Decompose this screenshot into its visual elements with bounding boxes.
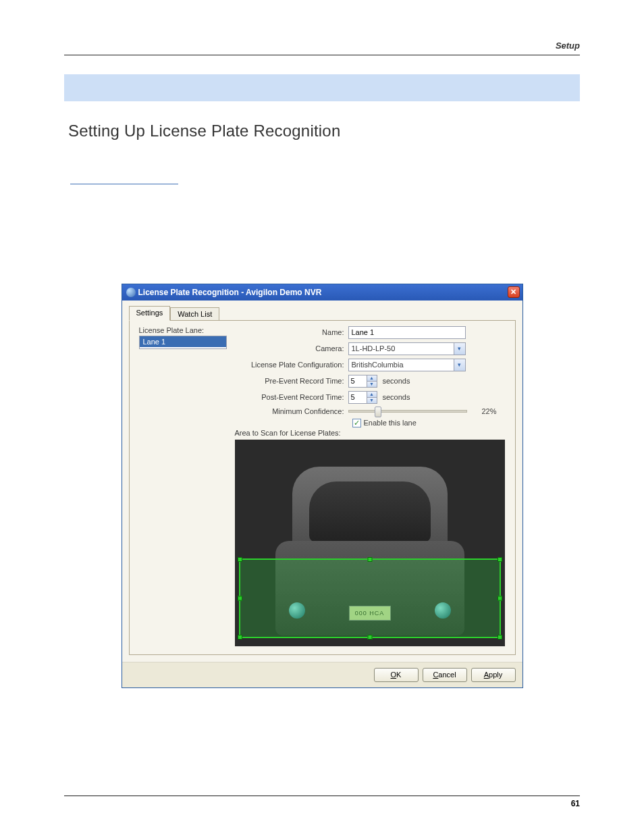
dialog-title: License Plate Recognition - Avigilon Dem… [138, 288, 322, 297]
config-value: BritishColumbia [352, 361, 404, 369]
link-placeholder [70, 175, 178, 184]
pre-event-spinner[interactable] [348, 375, 367, 388]
slider-thumb[interactable] [375, 407, 381, 417]
resize-handle[interactable] [367, 635, 372, 640]
resize-handle[interactable] [367, 557, 372, 562]
tabs: Settings Watch List [129, 306, 516, 321]
car-windshield-shape [309, 481, 431, 542]
scan-area-label: Area to Scan for License Plates: [235, 429, 348, 437]
lane-list[interactable]: Lane 1 [139, 336, 227, 349]
config-combo[interactable]: BritishColumbia ▾ [348, 359, 466, 371]
resize-handle[interactable] [238, 635, 242, 640]
post-event-suffix: seconds [383, 393, 410, 401]
section-title: Setting Up License Plate Recognition [68, 122, 580, 140]
app-icon [126, 288, 136, 297]
apply-button[interactable]: Apply [471, 668, 516, 682]
chevron-down-icon[interactable]: ▼ [367, 382, 377, 387]
camera-value: 1L-HD-LP-50 [352, 344, 396, 353]
section-band [64, 74, 580, 101]
resize-handle[interactable] [498, 635, 502, 640]
steps-block [84, 196, 576, 263]
spinner-buttons[interactable]: ▲ ▼ [367, 375, 377, 388]
enable-lane-label: Enable this lane [364, 419, 417, 427]
chevron-down-icon[interactable]: ▼ [367, 398, 377, 403]
apply-button-text: pply [489, 671, 502, 679]
cancel-button[interactable]: Cancel [423, 668, 467, 682]
enable-lane-checkbox[interactable]: ✓ [352, 419, 361, 427]
lane-list-label: License Plate Lane: [139, 326, 227, 334]
titlebar: License Plate Recognition - Avigilon Dem… [122, 284, 522, 301]
tab-settings[interactable]: Settings [129, 306, 171, 321]
min-conf-slider[interactable] [348, 410, 467, 413]
camera-combo[interactable]: 1L-HD-LP-50 ▾ [348, 342, 466, 355]
close-icon[interactable]: ✕ [508, 286, 520, 298]
chevron-down-icon[interactable]: ▾ [454, 343, 465, 355]
scan-area-preview[interactable]: 000 HCA [235, 440, 505, 646]
divider-top [64, 55, 580, 55]
tab-panel-settings: License Plate Lane: Lane 1 Name: C [129, 320, 516, 655]
page-header-section: Setup [64, 41, 580, 51]
chevron-down-icon[interactable]: ▾ [454, 359, 465, 371]
spinner-buttons[interactable]: ▲ ▼ [367, 391, 377, 404]
resize-handle[interactable] [498, 557, 502, 562]
ok-button-text: K [396, 671, 401, 679]
cancel-button-text: ancel [438, 671, 456, 679]
post-event-spinner[interactable] [348, 391, 367, 404]
tab-watch-list[interactable]: Watch List [170, 307, 219, 321]
resize-handle[interactable] [238, 557, 242, 562]
ok-button[interactable]: OK [374, 668, 419, 682]
page-number: 61 [64, 799, 580, 808]
min-conf-label: Minimum Confidence: [235, 407, 348, 415]
divider-bottom [64, 796, 580, 796]
name-label: Name: [235, 328, 348, 336]
camera-label: Camera: [235, 344, 348, 353]
body-paragraph [68, 161, 576, 186]
lane-list-item[interactable]: Lane 1 [140, 336, 226, 347]
config-label: License Plate Configuration: [235, 361, 348, 369]
min-conf-value: 22% [477, 407, 497, 415]
lpr-dialog: License Plate Recognition - Avigilon Dem… [122, 284, 523, 688]
resize-handle[interactable] [498, 596, 502, 600]
scan-selection-box[interactable] [239, 558, 501, 638]
pre-event-suffix: seconds [383, 377, 410, 385]
resize-handle[interactable] [238, 596, 242, 600]
chevron-up-icon[interactable]: ▲ [367, 375, 377, 382]
chevron-up-icon[interactable]: ▲ [367, 392, 377, 398]
post-event-label: Post-Event Record Time: [235, 393, 348, 401]
pre-event-label: Pre-Event Record Time: [235, 377, 348, 385]
name-input[interactable] [348, 326, 466, 339]
